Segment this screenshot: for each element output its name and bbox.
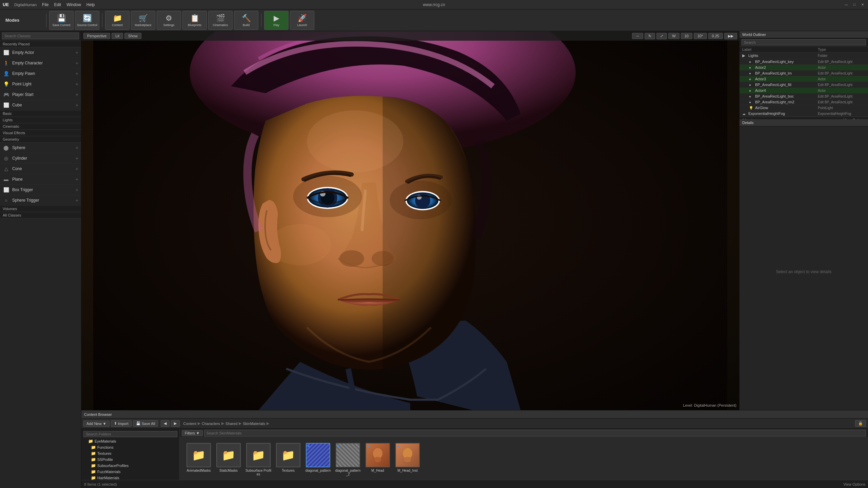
launch-button[interactable]: 🚀 Launch <box>290 11 314 30</box>
cinematic-header[interactable]: Cinematic <box>0 123 81 130</box>
cone-add[interactable]: + <box>76 166 78 171</box>
filters-button[interactable]: Filters ▼ <box>182 430 203 436</box>
actor2-item[interactable]: ● Actor2 Actor <box>739 65 868 70</box>
all-classes-header[interactable]: All Classes <box>0 212 81 219</box>
search-classes-input[interactable] <box>2 33 79 39</box>
breadcrumb-skin-materials[interactable]: SkinMaterials <box>243 422 265 426</box>
box-trigger-add[interactable]: + <box>76 187 78 192</box>
m-head-inst-asset[interactable]: ★ M_Head_Inst <box>394 443 421 476</box>
empty-character-add[interactable]: + <box>76 60 78 66</box>
breadcrumb-shared[interactable]: Shared <box>225 422 237 426</box>
content-button[interactable]: 📁 Content <box>105 11 130 30</box>
point-light-add[interactable]: + <box>76 81 78 87</box>
view-options-footer[interactable]: View Options <box>843 482 865 486</box>
world-local-toggle[interactable]: W <box>668 33 679 39</box>
sphere-trigger-item[interactable]: ○ Sphere Trigger + <box>0 195 81 206</box>
lock-button[interactable]: 🔒 <box>855 420 866 427</box>
eye-materials-folder[interactable]: 📁 EyeMaterials <box>81 438 179 444</box>
cinematics-button[interactable]: 🎬 Cinematics <box>208 11 233 30</box>
build-button[interactable]: 🔨 Build <box>234 11 258 30</box>
plane-item[interactable]: ▬ Plane + <box>0 174 81 185</box>
snap-toggle[interactable]: 10 <box>681 33 692 39</box>
textures-folder-asset[interactable]: 📁 Textures <box>275 443 302 476</box>
functions-folder[interactable]: 📁 Functions <box>81 444 179 450</box>
subsurface-profiles-folder-asset[interactable]: 📁 Subsurface Profiles <box>245 443 272 476</box>
actor4-item[interactable]: ● Actor4 Actor <box>739 88 868 94</box>
empty-actor-item[interactable]: ⬜ Empty Actor + <box>0 47 81 58</box>
play-button[interactable]: ▶ Play <box>264 11 289 30</box>
menu-help[interactable]: Help <box>86 2 95 7</box>
lights-header[interactable]: Lights <box>0 117 81 123</box>
lit-button[interactable]: Lit <box>112 33 123 39</box>
visual-effects-header[interactable]: Visual Effects <box>0 130 81 136</box>
ssprofile-folder[interactable]: 📁 SSProfile <box>81 456 179 463</box>
perspective-button[interactable]: Perspective <box>83 33 110 39</box>
rotate-tool[interactable]: ↻ <box>645 33 655 39</box>
diagonal-pattern-asset[interactable]: ★ diagonal_pattern <box>304 443 332 476</box>
cylinder-item[interactable]: ◎ Cylinder + <box>0 153 81 164</box>
airglow-item[interactable]: 💡 AirGlow PointLight <box>739 105 868 111</box>
plane-add[interactable]: + <box>76 177 78 182</box>
breadcrumb-characters[interactable]: Characters <box>202 422 220 426</box>
forward-button[interactable]: ▶ <box>171 420 180 427</box>
menu-window[interactable]: Window <box>66 2 81 7</box>
player-start-item[interactable]: 🎮 Player Start + <box>0 89 81 100</box>
import-button[interactable]: ⬆ Import <box>111 420 132 427</box>
recently-placed-header[interactable]: Recently Placed <box>0 41 81 47</box>
geometry-header[interactable]: Geometry <box>0 136 81 143</box>
actor3-item[interactable]: ● Actor3 Actor <box>739 76 868 82</box>
bp-area-rect-rm2-item[interactable]: ● BP_AreaRectLight_rm2 Edit BP_AreaRectL… <box>739 99 868 105</box>
fuzz-materials-folder[interactable]: 📁 FuzzMaterials <box>81 469 179 475</box>
save-all-button[interactable]: 💾 Save All <box>133 420 158 427</box>
empty-character-item[interactable]: 🚶 Empty Character + <box>0 58 81 68</box>
angle-snap[interactable]: 10° <box>694 33 707 39</box>
breadcrumb-content[interactable]: Content <box>183 422 196 426</box>
minimize-btn[interactable]: — <box>844 2 849 7</box>
basic-header[interactable]: Basic <box>0 110 81 117</box>
cylinder-add[interactable]: + <box>76 156 78 161</box>
scale-snap[interactable]: 0.25 <box>708 33 723 39</box>
translate-tool[interactable]: ↔ <box>632 33 643 39</box>
menu-edit[interactable]: Edit <box>54 2 61 7</box>
folder-search-input[interactable] <box>83 431 177 437</box>
empty-pawn-add[interactable]: + <box>76 71 78 76</box>
asset-search-input[interactable] <box>204 430 866 436</box>
save-current-button[interactable]: 💾 Save Current <box>49 11 74 30</box>
volumes-header[interactable]: Volumes <box>0 206 81 212</box>
empty-pawn-item[interactable]: 👤 Empty Pawn + <box>0 68 81 79</box>
show-button[interactable]: Show <box>124 33 141 39</box>
lights-folder-item[interactable]: ▶ Lights Folder <box>739 53 868 59</box>
add-new-button[interactable]: Add New ▼ <box>83 421 110 427</box>
viewport[interactable]: Perspective Lit Show ↔ ↻ ⤢ W 10 10° 0.25… <box>81 31 739 410</box>
animated-masks-folder-asset[interactable]: 📁 AnimatedMasks <box>185 443 212 476</box>
camera-speed[interactable]: ▶▶ <box>724 33 737 39</box>
back-button[interactable]: ◀ <box>161 420 170 427</box>
cube-add[interactable]: + <box>76 102 78 108</box>
empty-actor-add[interactable]: + <box>76 50 78 55</box>
textures-eye-folder[interactable]: 📁 Textures <box>81 450 179 456</box>
hair-materials-folder[interactable]: 📁 HairMaterials <box>81 475 179 480</box>
m-head-asset[interactable]: ★ M_Head <box>364 443 391 476</box>
cube-item[interactable]: ⬜ Cube + <box>0 100 81 110</box>
player-start-add[interactable]: + <box>76 92 78 97</box>
bp-area-rect-fill-item[interactable]: ● BP_AreaRectLight_fill Edit BP_AreaRect… <box>739 82 868 88</box>
maximize-btn[interactable]: □ <box>852 2 857 7</box>
outliner-search-input[interactable] <box>742 39 866 45</box>
bp-area-rect-lm-item[interactable]: ● BP_AreaRectLight_lm Edit BP_AreaRectLi… <box>739 70 868 76</box>
marketplace-button[interactable]: 🛒 Marketplace <box>131 11 155 30</box>
exponential-fog-item[interactable]: ☁ ExponentialHeightFog ExponentialHeight… <box>739 111 868 117</box>
source-control-button[interactable]: 🔄 Source Control <box>75 11 99 30</box>
static-masks-folder-asset[interactable]: 📁 StaticMasks <box>215 443 242 476</box>
scale-tool[interactable]: ⤢ <box>656 33 667 39</box>
diagonal-pattern2-asset[interactable]: ★ diagonal_pattern_2 <box>334 443 361 476</box>
box-trigger-item[interactable]: ⬜ Box Trigger + <box>0 185 81 195</box>
bp-area-rect-key-item[interactable]: ● BP_AreaRectLight_key Edit BP_AreaRectL… <box>739 59 868 65</box>
subsurface-profiles-folder[interactable]: 📁 SubsurfaceProfiles <box>81 463 179 469</box>
sphere-add[interactable]: + <box>76 145 78 150</box>
sphere-item[interactable]: ⬤ Sphere + <box>0 143 81 153</box>
sphere-trigger-add[interactable]: + <box>76 198 78 203</box>
settings-button[interactable]: ⚙ Settings <box>157 11 181 30</box>
close-btn[interactable]: ✕ <box>860 2 865 7</box>
bp-area-rect-boc-item[interactable]: ● BP_AreaRectLight_boc Edit BP_AreaRectL… <box>739 94 868 99</box>
cone-item[interactable]: △ Cone + <box>0 164 81 174</box>
